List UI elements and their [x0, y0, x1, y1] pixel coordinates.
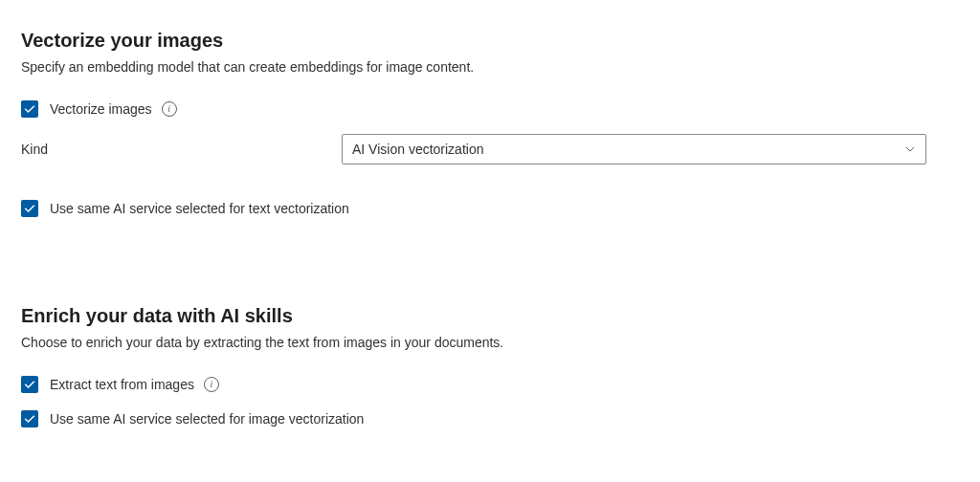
reuse-image-service-row: Use same AI service selected for image v… [21, 409, 926, 428]
check-icon [24, 103, 35, 115]
extract-text-label: Extract text from images [50, 375, 194, 394]
reuse-image-service-checkbox[interactable] [21, 410, 38, 427]
enrich-title: Enrich your data with AI skills [21, 302, 926, 329]
reuse-text-service-checkbox[interactable] [21, 200, 38, 217]
reuse-text-service-row: Use same AI service selected for text ve… [21, 199, 926, 218]
vectorize-images-label: Vectorize images [50, 99, 152, 119]
chevron-down-icon [904, 143, 916, 155]
reuse-image-service-label: Use same AI service selected for image v… [50, 409, 364, 428]
extract-text-checkbox[interactable] [21, 376, 38, 393]
vectorize-title: Vectorize your images [21, 27, 926, 54]
info-icon[interactable]: i [204, 377, 219, 392]
check-icon [24, 203, 35, 214]
kind-select-value: AI Vision vectorization [352, 140, 483, 159]
kind-select[interactable]: AI Vision vectorization [342, 134, 926, 164]
vectorize-subtitle: Specify an embedding model that can crea… [21, 57, 926, 77]
enrich-subtitle: Choose to enrich your data by extracting… [21, 333, 926, 352]
vectorize-images-row: Vectorize images i [21, 99, 926, 119]
info-icon[interactable]: i [162, 101, 177, 117]
check-icon [24, 379, 35, 390]
reuse-text-service-label: Use same AI service selected for text ve… [50, 199, 349, 218]
kind-field: Kind AI Vision vectorization [21, 134, 926, 164]
extract-text-row: Extract text from images i [21, 375, 926, 394]
kind-label: Kind [21, 140, 342, 159]
check-icon [24, 413, 35, 425]
vectorize-images-checkbox[interactable] [21, 100, 38, 118]
